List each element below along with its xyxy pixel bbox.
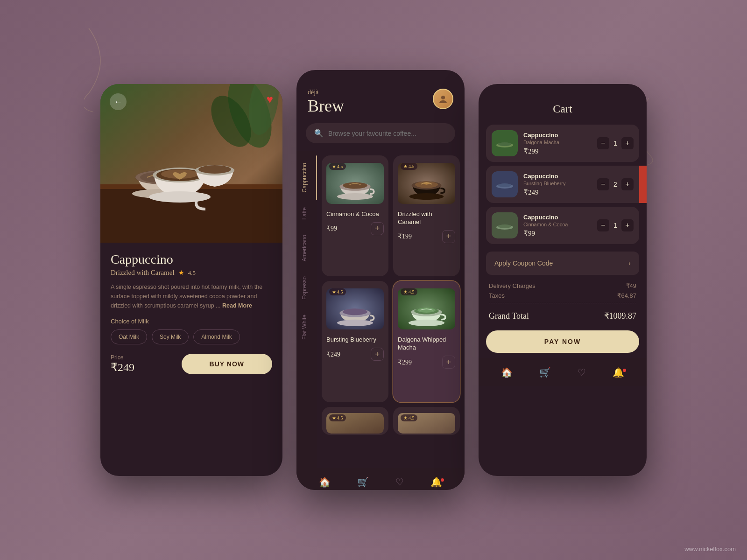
search-bar: 🔍 [306, 123, 455, 143]
pay-now-button[interactable]: PAY NOW [486, 330, 639, 353]
card-image-6: ★4.5 [398, 412, 455, 435]
category-cappuccino[interactable]: Cappuccino [296, 155, 317, 200]
svg-point-50 [498, 224, 511, 228]
cart-item-wrapper-1: Cappuccino Dalgona Macha ₹299 − 1 + [486, 125, 639, 162]
add-button-4[interactable]: + [442, 356, 455, 369]
coffee-card-1[interactable]: ★4.5 Cinnamon & Cocoa ₹99 + [322, 155, 388, 276]
card-image-3: ★4.5 [326, 286, 384, 332]
brand-group: déjà Brew [308, 89, 344, 116]
menu-screen: déjà Brew 🔍 Cappuccino Latte Americano E… [296, 70, 465, 490]
hero-image: ← ♥ [100, 84, 282, 243]
add-button-1[interactable]: + [371, 222, 384, 235]
coffee-subtitle: Drizzled with Caramel ★ 4.5 [111, 269, 272, 277]
coffee-card-6[interactable]: ★4.5 [393, 407, 460, 435]
coffee-card-5[interactable]: ★4.5 [322, 407, 388, 435]
category-americano[interactable]: Americano [296, 227, 317, 269]
notification-dot [441, 478, 444, 482]
cart-item-name-2: Cappuccino [523, 173, 592, 180]
cart-item-3: Cappuccino Cinnamon & Cocoa ₹99 − 1 + [486, 207, 639, 244]
svg-point-47 [498, 183, 511, 187]
cart-item-name-3: Cappuccino [523, 214, 592, 221]
nav-favorites[interactable]: ♡ [392, 473, 408, 490]
coupon-row[interactable]: Apply Coupon Code › [486, 252, 639, 275]
subtitle-text: Drizzled with Caramel [111, 269, 175, 277]
qty-num-3: 1 [612, 222, 619, 229]
cart-item-info-1: Cappuccino Dalgona Macha ₹299 [523, 132, 592, 155]
grand-total-value: ₹1009.87 [604, 311, 637, 321]
coffee-card-2[interactable]: ★4.5 Drizzled with Caramel ₹199 + [393, 155, 460, 276]
cart-nav-favorites[interactable]: ♡ [574, 363, 590, 382]
coffee-card-3[interactable]: ★4.5 Bursting Blueberry ₹249 + [322, 281, 388, 402]
card-price-row-2: ₹199 + [398, 230, 455, 243]
qty-plus-3[interactable]: + [621, 219, 634, 231]
cart-item-info-2: Cappuccino Bursting Blueberry ₹249 [523, 173, 592, 196]
card-price-3: ₹249 [326, 350, 340, 358]
qty-plus-2[interactable]: + [621, 178, 634, 190]
description-text: A single espresso shot poured into hot f… [111, 282, 272, 310]
cart-nav-bell-wrapper: 🔔 [609, 367, 628, 378]
card-rating-5: ★4.5 [329, 414, 346, 421]
nav-bell-wrapper: 🔔 [427, 476, 446, 488]
card-name-3: Bursting Blueberry [326, 336, 384, 344]
add-button-3[interactable]: + [371, 348, 384, 361]
coffee-card-4[interactable]: ★4.5 Dalgona Whipped Macha ₹299 + [393, 281, 460, 402]
cart-header: Cart [479, 84, 647, 125]
category-flatwhite[interactable]: Flat White [296, 307, 317, 347]
soy-milk-button[interactable]: Soy Milk [152, 329, 189, 344]
taxes-row: Taxes ₹64.87 [489, 292, 636, 299]
nav-home[interactable]: 🏠 [315, 473, 334, 490]
qty-num-1: 1 [612, 140, 619, 147]
nav-bell[interactable]: 🔔 [427, 473, 446, 490]
grand-total-row: Grand Total ₹1009.87 [479, 307, 647, 325]
qty-plus-1[interactable]: + [621, 137, 634, 149]
search-input[interactable] [328, 130, 447, 137]
card-price-4: ₹299 [398, 358, 412, 366]
card-price-row-1: ₹99 + [326, 222, 384, 235]
cart-nav-cart[interactable]: 🛒 [536, 363, 555, 382]
add-button-2[interactable]: + [442, 230, 455, 243]
almond-milk-button[interactable]: Almond Milk [193, 329, 240, 344]
cart-nav-home[interactable]: 🏠 [497, 363, 516, 382]
qty-minus-2[interactable]: − [597, 178, 609, 190]
search-icon: 🔍 [314, 129, 324, 138]
card-name-2: Drizzled with Caramel [398, 210, 455, 226]
svg-point-28 [409, 193, 444, 200]
back-button[interactable]: ← [110, 93, 127, 110]
qty-minus-3[interactable]: − [597, 219, 609, 231]
avatar[interactable] [433, 89, 453, 109]
watermark: www.nickelfox.com [684, 546, 736, 553]
card-price-row-4: ₹299 + [398, 356, 455, 369]
cart-item-price-3: ₹99 [523, 229, 592, 238]
taxes-value: ₹64.87 [617, 292, 636, 299]
delivery-row: Delivery Charges ₹49 [489, 282, 636, 289]
buy-now-button[interactable]: BUY NOW [182, 354, 272, 374]
svg-point-18 [441, 96, 445, 99]
favorite-button[interactable]: ♥ [267, 93, 273, 106]
category-espresso[interactable]: Espresso [296, 269, 317, 307]
card-image-5: ★4.5 [326, 412, 384, 435]
milk-label: Choice of Milk [111, 318, 272, 325]
category-latte[interactable]: Latte [296, 200, 317, 227]
qty-num-2: 2 [612, 181, 619, 188]
menu-header: déjà Brew [296, 70, 465, 123]
cart-bottom-nav: 🏠 🛒 ♡ 🔔 [479, 358, 647, 386]
cart-nav-bell[interactable]: 🔔 [609, 364, 628, 381]
delete-button[interactable]: 🗑 [639, 166, 647, 203]
read-more-link[interactable]: Read More [222, 302, 252, 309]
milk-options: Oat Milk Soy Milk Almond Milk [111, 329, 272, 344]
cart-item-price-2: ₹249 [523, 188, 592, 196]
cart-item-image-2 [492, 171, 518, 197]
cart-item-image-3 [492, 212, 518, 238]
price-value: ₹249 [111, 361, 134, 373]
brand-small: déjà [308, 89, 344, 96]
divider [489, 303, 636, 303]
oat-milk-button[interactable]: Oat Milk [111, 329, 147, 344]
nav-cart[interactable]: 🛒 [353, 473, 373, 490]
cart-screen: Cart Cappuccino Dalgona Macha [479, 84, 647, 476]
cart-item-wrapper-3: Cappuccino Cinnamon & Cocoa ₹99 − 1 + [486, 207, 639, 244]
card-price-2: ₹199 [398, 232, 412, 240]
cart-items-list: Cappuccino Dalgona Macha ₹299 − 1 + [479, 125, 647, 244]
qty-minus-1[interactable]: − [597, 137, 609, 149]
card-rating-6: ★4.5 [401, 414, 417, 421]
delivery-value: ₹49 [626, 282, 636, 289]
